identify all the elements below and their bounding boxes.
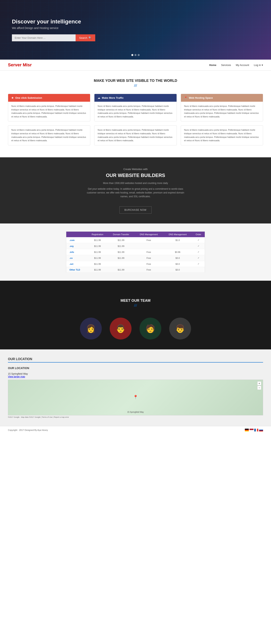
- pricing-row-1: .org $11.99 $11.99 ✓: [66, 243, 205, 249]
- footer: Copyright · 2017 Designed By Aya Hosny: [0, 426, 271, 434]
- order-cell: ✓: [192, 255, 205, 261]
- cloud-icon: ☁: [98, 96, 100, 99]
- dns2-cell: $1.0: [163, 237, 192, 243]
- team-avatar-4: 👦: [169, 318, 191, 340]
- dns2-cell: [163, 243, 192, 249]
- pin-icon: 📍: [184, 96, 187, 99]
- dns1-cell: Free: [134, 249, 163, 255]
- team-avatar-3: 🧑: [139, 318, 161, 340]
- dns2-cell: $3.0: [163, 255, 192, 261]
- team-member-4: 👦: [169, 318, 191, 340]
- reg-cell: $11.99: [87, 267, 108, 273]
- search-button[interactable]: Search 🔍: [76, 34, 95, 41]
- map-location-label: 15 Springfield Way: [127, 411, 144, 413]
- tagline-divider: ///: [4, 84, 267, 88]
- hero-subtitle: We afford Design and Hosting service: [12, 26, 95, 30]
- hero-dot-1[interactable]: [131, 54, 133, 56]
- pricing-col-dns2: DNS Management: [163, 232, 192, 238]
- domain-search-input[interactable]: [12, 34, 76, 41]
- map-attribution: ©2017 Google · Map data ©2017 Google | T…: [8, 416, 263, 418]
- flag-usa: [250, 429, 254, 432]
- builder-desc2: Get your website online today. In additi…: [86, 187, 185, 199]
- location-section: OUR LOCATION OUR LOCATION 15 Springfield…: [0, 350, 271, 426]
- dns2-cell: $3.0: [163, 261, 192, 267]
- map-zoom-out[interactable]: −: [257, 386, 261, 390]
- pricing-section: Registration Domain Transfer DNS Managem…: [0, 224, 271, 281]
- transfer-cell: $11.99: [108, 237, 134, 243]
- hero-dot-2[interactable]: [135, 54, 136, 56]
- location-inner: OUR LOCATION 15 Springfield Way View lar…: [8, 366, 263, 418]
- team-avatar-1: 👩: [80, 318, 102, 340]
- transfer-cell: $11.99: [108, 267, 134, 273]
- nav-menu: Home Services My Account Log in ▾: [209, 64, 263, 66]
- reg-cell: $11.99: [87, 255, 108, 261]
- order-cell: ✓: [192, 261, 205, 267]
- pricing-row-2: .info $11.99 $11.99 Free $3.96 ✓: [66, 249, 205, 255]
- pricing-row-5: Other TLD $11.99 $11.99 Free $3.0: [66, 267, 205, 273]
- chevron-down-icon: ▾: [262, 64, 263, 66]
- dns1-cell: Free: [134, 255, 163, 261]
- transfer-cell: [108, 261, 134, 267]
- team-title-section: MEET OUR TEAM ///: [8, 290, 263, 310]
- transfer-cell: $11.99: [108, 249, 134, 255]
- nav-services[interactable]: Services: [221, 64, 231, 66]
- hero-dot-3[interactable]: [138, 54, 140, 56]
- team-section: MEET OUR TEAM /// 👩 👨 🧑 👦: [0, 281, 271, 350]
- search-button-label: Search: [79, 36, 87, 39]
- feature-card-header-3: 📍 Web Hosting Space: [181, 94, 263, 102]
- feature-body-2: Nunc id libero malesuada arcu porta temp…: [94, 102, 176, 121]
- footer-copyright: Copyright · 2017 Designed By Aya Hosny: [8, 429, 48, 431]
- navbar: Server Misr Home Services My Account Log…: [0, 60, 271, 71]
- order-cell: ✓: [192, 249, 205, 255]
- flag-france: [254, 429, 258, 432]
- feature-body-3: Nunc id libero malesuada arcu porta temp…: [181, 102, 263, 121]
- purchase-button[interactable]: BURCHASE NOW: [119, 206, 151, 214]
- tld-cell: .com: [66, 237, 87, 243]
- nav-home[interactable]: Home: [209, 64, 216, 66]
- pricing-col-order: Order: [192, 232, 205, 238]
- map-container: 📍 15 Springfield Way + −: [8, 380, 263, 415]
- features-row-1: ★ One click Submission Nunc id libero ma…: [8, 94, 263, 121]
- map-controls: + −: [257, 382, 261, 390]
- pricing-col-transfer: Domain Transfer: [108, 232, 134, 238]
- view-larger-map-link[interactable]: View larger map: [8, 375, 25, 378]
- pricing-row-0: .com $11.99 $11.99 Free $1.0 ✓: [66, 237, 205, 243]
- team-avatar-2: 👨: [110, 318, 132, 340]
- hero-content: Discover your intelligence We afford Des…: [0, 10, 107, 49]
- feature-plain-2: Nunc id libero malesuada arcu porta temp…: [94, 125, 177, 145]
- team-row: 👩 👨 🧑 👦: [8, 318, 263, 340]
- feature-card-submission: ★ One click Submission Nunc id libero ma…: [8, 94, 90, 121]
- nav-myaccount[interactable]: My Account: [236, 64, 249, 66]
- pricing-col-dns1: DNS Management: [134, 232, 163, 238]
- map-zoom-in[interactable]: +: [257, 382, 261, 385]
- dns1-cell: [134, 243, 163, 249]
- feature-title-3: Web Hosting Space: [189, 96, 213, 99]
- team-member-1: 👩: [80, 318, 102, 340]
- flag-russia: [259, 429, 263, 432]
- pricing-table: Registration Domain Transfer DNS Managem…: [66, 232, 205, 273]
- builder-desc1: More than 1500,000 websites hosted and c…: [86, 181, 185, 185]
- transfer-cell: $11.99: [108, 243, 134, 249]
- star-icon: ★: [11, 96, 14, 99]
- transfer-cell: $11.99: [108, 255, 134, 261]
- features-section: ★ One click Submission Nunc id libero ma…: [0, 90, 271, 157]
- main-tagline: MAKE YOUR WEB SITE VISIBLE TO THE WORLD: [4, 79, 267, 83]
- address-line: 15 Springfield Way: [8, 372, 263, 375]
- tld-cell: Other TLD: [66, 267, 87, 273]
- dns1-cell: Free: [134, 237, 163, 243]
- features-row-2: Nunc id libero malesuada arcu porta temp…: [8, 125, 263, 145]
- hero-dots: [131, 54, 140, 56]
- tld-cell: .org: [66, 243, 87, 249]
- nav-login[interactable]: Log in ▾: [254, 64, 263, 66]
- logo-part2: Misr: [22, 62, 32, 67]
- builder-section: Create Websites with OUR WEBSITE BUILDER…: [0, 157, 271, 224]
- feature-card-traffic: ☁ Make More Traffic Nunc id libero males…: [94, 94, 177, 121]
- logo-part1: Server: [8, 62, 22, 67]
- tld-cell: .info: [66, 249, 87, 255]
- search-icon: 🔍: [88, 36, 92, 39]
- feature-plain-1: Nunc id libero malesuada arcu porta temp…: [8, 125, 90, 145]
- dns1-cell: Free: [134, 261, 163, 267]
- order-cell: [192, 267, 205, 273]
- hero-section: Discover your intelligence We afford Des…: [0, 0, 271, 60]
- reg-cell: $11.99: [87, 249, 108, 255]
